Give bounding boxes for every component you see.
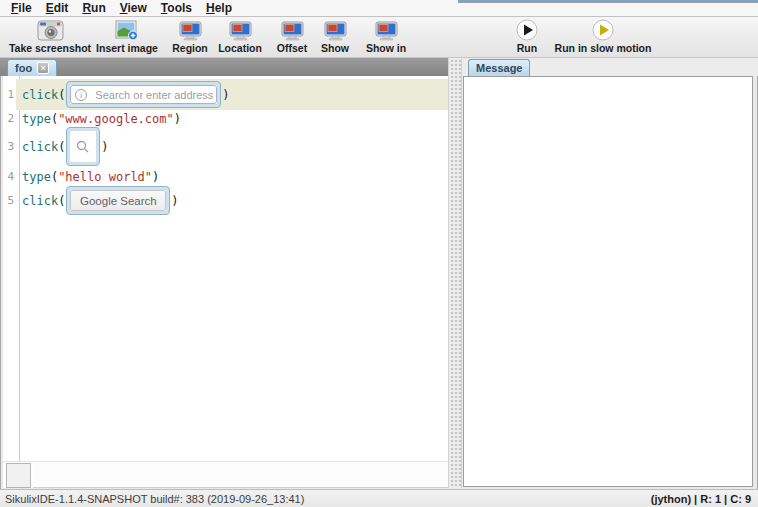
tab-foo[interactable]: foo × (7, 59, 57, 76)
show-in-button[interactable]: Show in (359, 19, 413, 54)
location-label: Location (214, 42, 266, 54)
run-label: Run (501, 42, 553, 54)
toolbar: Take screenshot Insert image (0, 17, 758, 58)
magnifier-icon (76, 140, 90, 154)
tab-message[interactable]: Message (468, 59, 530, 76)
string-literal: "www.google.com" (58, 112, 174, 126)
editor-tab-strip: foo × (0, 58, 448, 76)
image-thumbnail-address-bar[interactable]: iSearch or enter address (66, 81, 221, 108)
horizontal-scrollbar[interactable] (3, 461, 448, 488)
line-number: 1 (3, 88, 16, 101)
line-number: 2 (3, 112, 16, 125)
interpreter-and-caret-position: (jython) | R: 1 | C: 9 (651, 493, 751, 505)
code-line-1[interactable]: 1 click(iSearch or enter address) (3, 79, 448, 110)
monitor-icon (214, 19, 266, 41)
region-label: Region (164, 42, 216, 54)
monitor-icon (164, 19, 216, 41)
insert-image-button[interactable]: Insert image (95, 19, 159, 54)
run-slow-icon (553, 19, 653, 41)
monitor-icon (359, 19, 413, 41)
code-editor[interactable]: 1 click(iSearch or enter address) 2 type… (3, 76, 448, 488)
info-icon: i (75, 89, 87, 101)
tab-close-icon[interactable]: × (37, 62, 49, 74)
address-bar-preview: iSearch or enter address (70, 85, 217, 104)
function-name: type (22, 170, 51, 184)
line-number: 5 (3, 194, 16, 207)
function-name: click (22, 194, 58, 208)
code-line-3[interactable]: 3 click() (3, 127, 448, 166)
run-slow-motion-button[interactable]: Run in slow motion (553, 19, 653, 54)
code-lines: 1 click(iSearch or enter address) 2 type… (3, 79, 448, 214)
address-bar-placeholder: Search or enter address (95, 89, 213, 101)
message-tab-strip: Message (462, 58, 758, 76)
show-in-label: Show in (359, 42, 413, 54)
pane-splitter[interactable] (448, 58, 462, 488)
sikulix-ide-window: File Edit Run View Tools Help Take scree… (0, 0, 758, 507)
run-slow-motion-label: Run in slow motion (553, 42, 653, 54)
message-panel[interactable] (463, 76, 753, 487)
scrollbar-track[interactable] (33, 463, 448, 488)
take-screenshot-button[interactable]: Take screenshot (6, 19, 94, 54)
version-info: SikulixIDE-1.1.4-SNAPSHOT build#: 383 (2… (0, 493, 304, 505)
menu-edit[interactable]: Edit (39, 0, 76, 16)
status-bar: SikulixIDE-1.1.4-SNAPSHOT build#: 383 (2… (0, 489, 758, 507)
menu-file[interactable]: File (4, 0, 39, 16)
line-number: 4 (3, 170, 16, 183)
region-button[interactable]: Region (164, 19, 216, 54)
monitor-icon (309, 19, 361, 41)
tab-message-label: Message (476, 62, 522, 74)
menu-view[interactable]: View (113, 0, 154, 16)
code-line-5[interactable]: 5 click(Google Search) (3, 187, 448, 214)
take-screenshot-label: Take screenshot (6, 42, 94, 54)
function-name: click (22, 140, 58, 154)
code-line-4[interactable]: 4 type("hello world") (3, 166, 448, 187)
function-name: click (22, 88, 58, 102)
image-thumbnail-google-search[interactable]: Google Search (66, 186, 170, 215)
image-plus-icon (95, 19, 159, 41)
window-top-edge (458, 0, 758, 3)
show-label: Show (309, 42, 361, 54)
show-button[interactable]: Show (309, 19, 361, 54)
code-line-2[interactable]: 2 type("www.google.com") (3, 110, 448, 127)
tab-foo-label: foo (15, 62, 32, 74)
location-button[interactable]: Location (214, 19, 266, 54)
menu-run[interactable]: Run (75, 0, 112, 16)
run-icon (501, 19, 553, 41)
run-button[interactable]: Run (501, 19, 553, 54)
string-literal: "hello world" (58, 170, 152, 184)
scrollbar-corner (6, 463, 31, 488)
insert-image-label: Insert image (95, 42, 159, 54)
menu-tools[interactable]: Tools (154, 0, 199, 16)
function-name: type (22, 112, 51, 126)
image-thumbnail-search-button[interactable] (66, 127, 100, 166)
google-search-button-preview: Google Search (70, 190, 166, 211)
line-number: 3 (3, 140, 16, 153)
camera-icon (6, 19, 94, 41)
menu-help[interactable]: Help (199, 0, 239, 16)
